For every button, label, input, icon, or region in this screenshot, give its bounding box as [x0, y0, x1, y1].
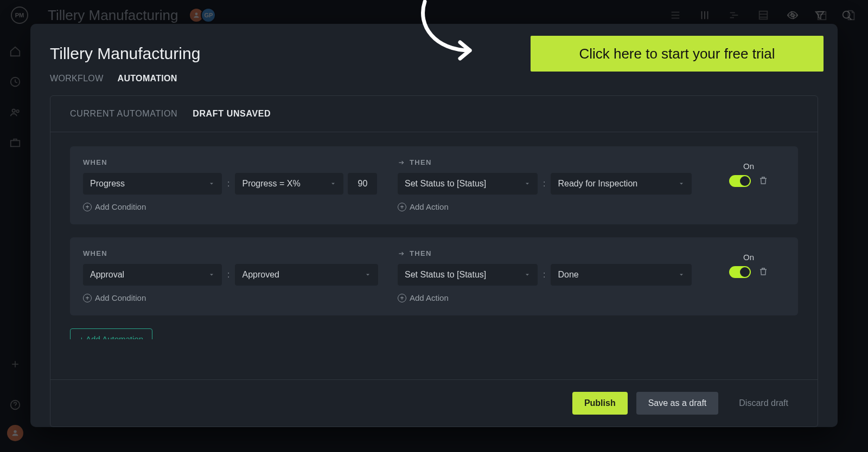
when-label: WHEN: [83, 249, 107, 257]
automation-rule: WHEN Approval : Approved +: [70, 237, 798, 315]
then-label: THEN: [410, 249, 432, 257]
subtab-draft[interactable]: DRAFT UNSAVED: [193, 109, 271, 119]
briefcase-icon[interactable]: [9, 137, 21, 148]
svg-point-20: [16, 110, 19, 113]
cta-label: Click here to start your free trial: [579, 46, 775, 62]
svg-rect-21: [11, 140, 20, 146]
then-value-select[interactable]: Ready for Inspection: [551, 173, 692, 195]
chevron-down-icon: [330, 180, 336, 187]
svg-line-17: [849, 17, 852, 20]
plus-circle-icon: +: [83, 294, 92, 302]
svg-point-0: [195, 12, 198, 15]
automation-modal: Tillery Manufacturing WORKFLOW AUTOMATIO…: [30, 24, 838, 427]
tab-automation[interactable]: AUTOMATION: [118, 74, 177, 83]
svg-point-15: [791, 14, 794, 17]
when-column: WHEN Progress : Progress = X%: [83, 158, 387, 211]
user-avatar[interactable]: [7, 425, 23, 441]
when-column: WHEN Approval : Approved +: [83, 249, 387, 302]
toggle-label: On: [743, 162, 754, 171]
automation-rule: WHEN Progress : Progress = X%: [70, 146, 798, 224]
free-trial-cta[interactable]: Click here to start your free trial: [531, 36, 824, 72]
chevron-down-icon: [524, 180, 531, 187]
list-view-icon[interactable]: [669, 9, 681, 21]
select-value: Set Status to [Status]: [405, 179, 486, 189]
select-value: Progress: [90, 179, 125, 189]
svg-point-26: [14, 430, 16, 433]
toggle-label: On: [743, 253, 754, 262]
when-operator-select[interactable]: Progress = X%: [235, 173, 343, 195]
eye-icon[interactable]: [787, 9, 799, 21]
recent-icon[interactable]: [9, 76, 21, 88]
add-action-label: Add Action: [410, 293, 449, 302]
modal-tabs: WORKFLOW AUTOMATION: [50, 74, 818, 83]
board-view-icon[interactable]: [699, 9, 711, 21]
add-action-button[interactable]: + Add Action: [398, 202, 701, 211]
chevron-down-icon: [678, 180, 685, 187]
then-action-select[interactable]: Set Status to [Status]: [398, 264, 538, 286]
chevron-down-icon: [678, 272, 685, 278]
then-column: THEN Set Status to [Status] : Ready for …: [398, 158, 701, 211]
rules-list: WHEN Progress : Progress = X%: [50, 132, 818, 379]
add-action-label: Add Action: [410, 202, 449, 211]
chevron-down-icon: [524, 272, 531, 278]
search-icon[interactable]: [841, 9, 853, 21]
avatar-badge: GP: [201, 8, 216, 23]
add-automation-button[interactable]: + Add Automation: [70, 328, 152, 339]
chevron-down-icon: [208, 272, 215, 278]
add-condition-button[interactable]: + Add Condition: [83, 293, 387, 302]
tab-workflow[interactable]: WORKFLOW: [50, 74, 104, 83]
delete-rule-button[interactable]: [758, 267, 768, 277]
delete-rule-button[interactable]: [758, 176, 768, 186]
add-icon[interactable]: [10, 359, 21, 370]
when-label: WHEN: [83, 158, 107, 166]
automation-panel: CURRENT AUTOMATION DRAFT UNSAVED WHEN Pr…: [50, 95, 818, 427]
app-logo: PM: [11, 7, 28, 24]
add-condition-label: Add Condition: [95, 293, 146, 302]
arrow-right-icon: [398, 250, 405, 257]
automation-subtabs: CURRENT AUTOMATION DRAFT UNSAVED: [50, 96, 818, 132]
sheet-view-icon[interactable]: [757, 9, 769, 21]
when-operator-select[interactable]: Approved: [235, 264, 378, 286]
select-value: Progress = X%: [242, 179, 300, 189]
team-icon[interactable]: [9, 106, 21, 118]
select-value: Approved: [242, 270, 279, 280]
plus-circle-icon: +: [83, 203, 92, 211]
add-action-button[interactable]: + Add Action: [398, 293, 701, 302]
then-column: THEN Set Status to [Status] : Done: [398, 249, 701, 302]
then-action-select[interactable]: Set Status to [Status]: [398, 173, 538, 195]
save-draft-button[interactable]: Save as a draft: [636, 392, 719, 415]
plus-circle-icon: +: [398, 203, 406, 211]
select-value: Done: [558, 270, 578, 280]
select-value: Approval: [90, 270, 124, 280]
colon-separator: :: [542, 179, 546, 189]
arrow-right-icon: [398, 159, 405, 166]
svg-point-16: [843, 11, 850, 18]
plus-circle-icon: +: [398, 294, 406, 302]
filter-icon[interactable]: [814, 9, 826, 21]
discard-draft-button[interactable]: Discard draft: [727, 392, 800, 415]
rule-enabled-toggle[interactable]: [729, 266, 751, 278]
gantt-view-icon[interactable]: [728, 9, 740, 21]
add-automation-label: + Add Automation: [79, 334, 143, 339]
bg-project-title: Tillery Manufacturing: [48, 7, 178, 24]
select-value: Set Status to [Status]: [405, 270, 486, 280]
add-automation-clipped: + Add Automation: [70, 328, 798, 339]
svg-rect-10: [760, 11, 768, 20]
when-value-input[interactable]: [348, 173, 377, 195]
svg-point-19: [12, 109, 16, 113]
help-icon[interactable]: [9, 399, 21, 411]
when-field-select[interactable]: Approval: [83, 264, 222, 286]
then-label: THEN: [410, 158, 432, 166]
select-value: Ready for Inspection: [558, 179, 637, 189]
add-condition-label: Add Condition: [95, 202, 146, 211]
publish-button[interactable]: Publish: [572, 392, 628, 415]
rule-enabled-toggle[interactable]: [729, 175, 751, 187]
home-icon[interactable]: [9, 46, 21, 57]
chevron-down-icon: [208, 180, 215, 187]
rule-side-controls: On: [712, 158, 785, 187]
then-value-select[interactable]: Done: [551, 264, 692, 286]
subtab-current[interactable]: CURRENT AUTOMATION: [70, 109, 177, 119]
colon-separator: :: [542, 270, 546, 280]
add-condition-button[interactable]: + Add Condition: [83, 202, 387, 211]
when-field-select[interactable]: Progress: [83, 173, 222, 195]
